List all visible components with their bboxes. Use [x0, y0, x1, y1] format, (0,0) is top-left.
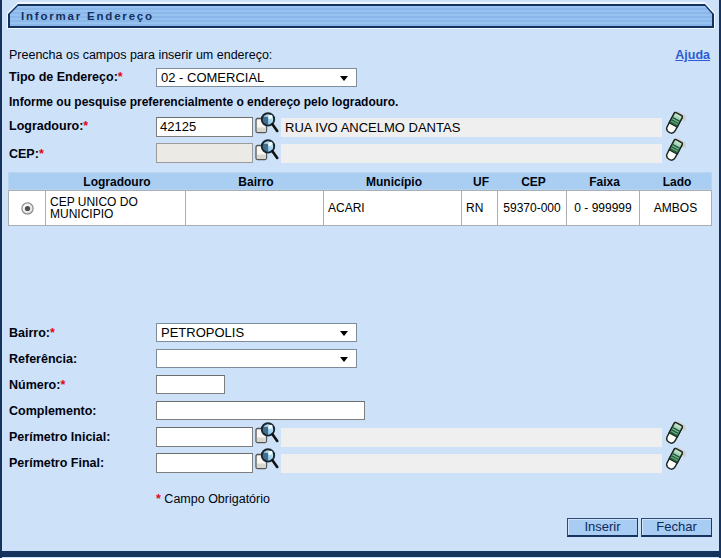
- referencia-select[interactable]: [156, 349, 357, 368]
- table-header-bairro: Bairro: [187, 173, 325, 191]
- numero-required-marker: *: [60, 378, 65, 392]
- table-cell-cep: 59370-000: [497, 190, 567, 226]
- required-note: * Campo Obrigatório: [156, 492, 270, 506]
- table-header-faixa: Faixa: [568, 173, 641, 191]
- table-header-cep: CEP: [499, 173, 568, 191]
- table-header-row: Logradouro Bairro Município UF CEP Faixa…: [8, 172, 712, 190]
- fechar-button[interactable]: Fechar: [641, 518, 712, 537]
- perimetro-inicial-description-field[interactable]: [281, 428, 662, 447]
- table-cell-select: [8, 190, 46, 226]
- table-header-uf: UF: [463, 173, 499, 191]
- perimetro-inicial-label: Perímetro Inicial:: [9, 430, 110, 444]
- logradouro-search-icon[interactable]: [254, 111, 279, 137]
- table-header-logradouro: Logradouro: [47, 173, 187, 191]
- table-cell-lado: AMBOS: [639, 190, 712, 226]
- cep-label: CEP:*: [9, 147, 44, 161]
- table-cell-municipio: ACARI: [323, 190, 462, 226]
- cep-code-input[interactable]: [156, 143, 253, 163]
- tipo-endereco-label: Tipo de Endereço:*: [9, 70, 123, 84]
- cep-clear-icon[interactable]: [664, 138, 687, 161]
- tipo-endereco-select[interactable]: 02 - COMERCIAL: [156, 68, 357, 87]
- logradouro-clear-icon[interactable]: [664, 111, 687, 134]
- logradouro-code-input[interactable]: 42125: [156, 117, 253, 137]
- logradouro-label: Logradouro:*: [9, 119, 88, 133]
- bairro-label-text: Bairro:: [9, 326, 50, 340]
- chevron-down-icon: [340, 331, 348, 336]
- perimetro-inicial-clear-icon[interactable]: [664, 421, 687, 444]
- required-note-marker: *: [156, 492, 161, 506]
- table-cell-municipio-text: ACARI: [328, 201, 365, 214]
- window-border-bottom: [0, 551, 721, 557]
- table-cell-lado-text: AMBOS: [640, 201, 711, 214]
- table-cell-cep-text: 59370-000: [498, 201, 566, 214]
- page-title: Informar Endereço: [21, 6, 154, 26]
- cep-description-field[interactable]: [281, 144, 662, 163]
- table-cell-faixa: 0 - 999999: [566, 190, 640, 226]
- complemento-label-text: Complemento:: [9, 404, 97, 418]
- required-note-text: Campo Obrigatório: [164, 492, 270, 506]
- table-cell-uf-text: RN: [466, 201, 483, 214]
- perimetro-final-label-text: Perímetro Final:: [9, 456, 104, 470]
- table-cell-faixa-text: 0 - 999999: [567, 201, 639, 214]
- informar-endereco-window: Informar Endereço Preencha os campos par…: [0, 0, 721, 558]
- table-cell-uf: RN: [461, 190, 498, 226]
- perimetro-inicial-label-text: Perímetro Inicial:: [9, 430, 110, 444]
- table-row: CEP UNICO DO MUNICIPIO ACARI RN 59370-00…: [8, 190, 712, 226]
- numero-input[interactable]: [156, 375, 225, 394]
- referencia-label-text: Referência:: [9, 352, 77, 366]
- instruction-text: Preencha os campos para inserir um ender…: [9, 48, 272, 62]
- inserir-button[interactable]: Inserir: [567, 518, 638, 537]
- bairro-select[interactable]: PETROPOLIS: [156, 323, 357, 342]
- help-link[interactable]: Ajuda: [675, 48, 710, 62]
- logradouro-required-marker: *: [83, 119, 88, 133]
- logradouro-description-field[interactable]: RUA IVO ANCELMO DANTAS: [281, 118, 662, 137]
- complemento-input[interactable]: [156, 401, 365, 420]
- row-radio-button[interactable]: [21, 202, 34, 215]
- table-cell-bairro: [185, 190, 324, 226]
- perimetro-final-description-field[interactable]: [281, 454, 662, 473]
- tipo-endereco-value: 02 - COMERCIAL: [161, 70, 264, 85]
- table-cell-logradouro-text: CEP UNICO DO MUNICIPIO: [50, 195, 180, 220]
- table-header-municipio: Município: [325, 173, 463, 191]
- cep-label-text: CEP:: [9, 147, 39, 161]
- tipo-endereco-label-text: Tipo de Endereço:: [9, 70, 118, 84]
- perimetro-final-clear-icon[interactable]: [664, 447, 687, 470]
- perimetro-final-search-icon[interactable]: [254, 447, 279, 473]
- chevron-down-icon: [340, 76, 348, 81]
- bairro-label: Bairro:*: [9, 326, 55, 340]
- table-cell-logradouro: CEP UNICO DO MUNICIPIO: [45, 190, 186, 226]
- perimetro-inicial-input[interactable]: [156, 427, 253, 447]
- cep-required-marker: *: [39, 147, 44, 161]
- referencia-label: Referência:: [9, 352, 77, 366]
- numero-label-text: Número:: [9, 378, 60, 392]
- logradouro-label-text: Logradouro:: [9, 119, 83, 133]
- window-border-left: [0, 0, 2, 558]
- numero-label: Número:*: [9, 378, 65, 392]
- cep-search-icon[interactable]: [254, 138, 279, 164]
- table-header-lado: Lado: [641, 173, 713, 191]
- section-note: Informe ou pesquise preferencialmente o …: [9, 95, 398, 109]
- bairro-required-marker: *: [50, 326, 55, 340]
- chevron-down-icon: [340, 357, 348, 362]
- tipo-endereco-required-marker: *: [118, 70, 123, 84]
- perimetro-inicial-search-icon[interactable]: [254, 421, 279, 447]
- perimetro-final-label: Perímetro Final:: [9, 456, 104, 470]
- bairro-value: PETROPOLIS: [161, 325, 244, 340]
- perimetro-final-input[interactable]: [156, 453, 253, 473]
- complemento-label: Complemento:: [9, 404, 97, 418]
